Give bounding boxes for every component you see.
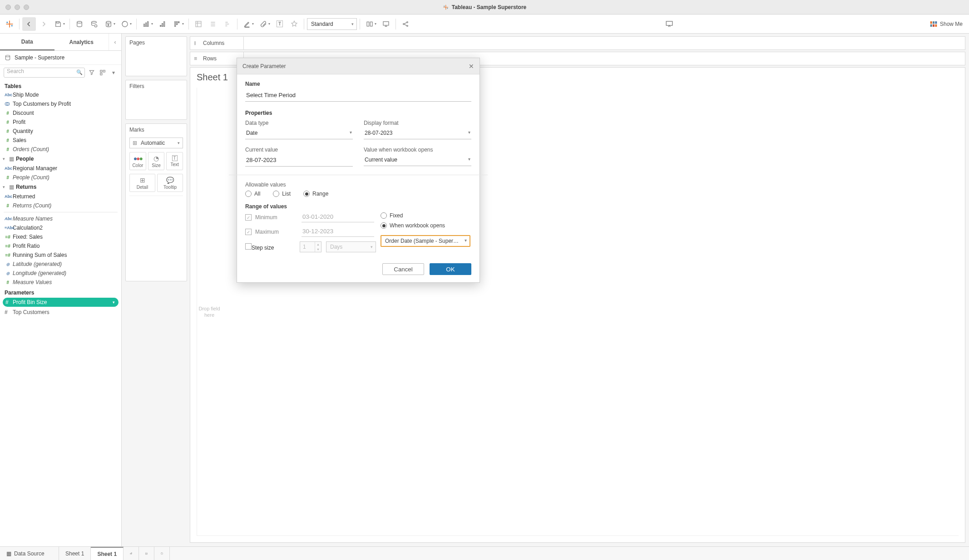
- field-measure-values[interactable]: #Measure Values: [0, 278, 121, 287]
- field-sales[interactable]: #Sales: [0, 136, 121, 145]
- redo-button[interactable]: [37, 17, 50, 31]
- field-returns-count[interactable]: #Returns (Count): [0, 201, 121, 210]
- sort-desc-button[interactable]: [170, 17, 184, 31]
- field-returned[interactable]: AbcReturned: [0, 192, 121, 201]
- run-update-button[interactable]: [102, 17, 115, 31]
- group-people[interactable]: ▾▦People: [0, 154, 121, 164]
- mark-size-button[interactable]: ◔Size: [148, 152, 165, 170]
- data-source-tab[interactable]: ▦Data Source: [0, 547, 59, 560]
- field-latitude-generated[interactable]: ⊕Latitude (generated): [0, 260, 121, 269]
- swap-button[interactable]: [139, 17, 153, 31]
- tableau-logo-button[interactable]: [3, 17, 16, 31]
- field-ship-mode[interactable]: AbcShip Mode: [0, 90, 121, 99]
- range-fixed-radio[interactable]: Fixed: [381, 212, 471, 219]
- worksheet-canvas[interactable]: Sheet 1 Drop field here Create Parameter…: [190, 67, 965, 543]
- field-regional-manager[interactable]: AbcRegional Manager: [0, 164, 121, 173]
- allow-range-radio[interactable]: Range: [303, 191, 328, 197]
- abc-icon: Abc: [5, 166, 11, 171]
- datasource-item[interactable]: Sample - Superstore: [0, 51, 121, 65]
- fit-mode-select[interactable]: Standard: [307, 18, 357, 30]
- step-unit-select: Days: [326, 241, 376, 252]
- mark-tooltip-button[interactable]: 💬Tooltip: [157, 174, 183, 192]
- field-longitude-generated[interactable]: ⊕Longitude (generated): [0, 269, 121, 278]
- field-people-count[interactable]: #People (Count): [0, 173, 121, 182]
- group-returns[interactable]: ▾▦Returns: [0, 182, 121, 192]
- new-worksheet-button[interactable]: [118, 17, 132, 31]
- view-fields-icon[interactable]: [99, 69, 107, 77]
- text-label-button[interactable]: T: [273, 17, 287, 31]
- range-when-workbook-opens-radio[interactable]: When workbook opens: [381, 222, 471, 229]
- minimize-window-dot[interactable]: [15, 5, 20, 10]
- field-top-customers-by-profit[interactable]: Top Customers by Profit: [0, 99, 121, 108]
- collapse-pane-button[interactable]: ‹: [109, 34, 121, 50]
- mark-text-button[interactable]: TText: [166, 152, 183, 170]
- sort-asc-button[interactable]: [156, 17, 169, 31]
- mark-type-select[interactable]: Automatic: [129, 138, 183, 148]
- sheet-title[interactable]: Sheet 1: [197, 72, 228, 83]
- field-quantity[interactable]: #Quantity: [0, 127, 121, 136]
- workbook-open-select[interactable]: Current value: [364, 155, 471, 166]
- current-value-input[interactable]: [245, 155, 353, 167]
- sheet-tab-1[interactable]: Sheet 1: [59, 547, 91, 560]
- sheet-tab-1-active[interactable]: Sheet 1: [91, 547, 124, 560]
- pin-button[interactable]: [287, 17, 301, 31]
- minimum-checkbox[interactable]: [245, 214, 252, 221]
- mark-detail-button[interactable]: ⊞Detail: [129, 174, 155, 192]
- show-me-button[interactable]: Show Me: [926, 19, 966, 29]
- param-top-customers[interactable]: #Top Customers: [0, 308, 121, 317]
- field-discount[interactable]: #Discount: [0, 108, 121, 118]
- mark-color-button[interactable]: ●●●Color: [129, 152, 146, 170]
- filter-fields-icon[interactable]: [88, 69, 96, 77]
- pages-shelf[interactable]: Pages: [125, 36, 187, 76]
- param-profit-bin-size[interactable]: #Profit Bin Size: [3, 298, 119, 307]
- range-source-field-select[interactable]: Order Date (Sample - Superstore): [381, 235, 470, 247]
- totals-button[interactable]: [192, 17, 205, 31]
- ok-button[interactable]: OK: [430, 263, 471, 275]
- new-worksheet-tab-button[interactable]: [124, 547, 139, 560]
- field-search-input[interactable]: Search: [4, 68, 85, 78]
- show-cards-button[interactable]: [363, 17, 376, 31]
- display-format-select[interactable]: 28-07-2023: [364, 128, 471, 139]
- field-profit[interactable]: #Profit: [0, 118, 121, 127]
- dialog-close-button[interactable]: ✕: [469, 63, 474, 70]
- marks-drop-area[interactable]: [129, 196, 183, 277]
- maximum-input[interactable]: [302, 227, 374, 237]
- columns-shelf[interactable]: [243, 36, 965, 50]
- attachment-button[interactable]: [257, 17, 270, 31]
- data-type-select[interactable]: Date: [245, 128, 353, 139]
- set-icon: [5, 101, 11, 107]
- field-orders-count[interactable]: #Orders (Count): [0, 145, 121, 154]
- field-profit-ratio[interactable]: =#Profit Ratio: [0, 241, 121, 251]
- find-field-caret[interactable]: ▾: [109, 69, 118, 77]
- highlight-color-button[interactable]: [240, 17, 254, 31]
- create-parameter-dialog: Create Parameter ✕ Name Properties Data …: [237, 58, 480, 283]
- allow-list-radio[interactable]: List: [273, 191, 291, 197]
- close-window-dot[interactable]: [5, 5, 11, 10]
- group-button[interactable]: [221, 17, 234, 31]
- zoom-window-dot[interactable]: [24, 5, 29, 10]
- save-button[interactable]: [51, 17, 65, 31]
- field-measure-names[interactable]: AbcMeasure Names: [0, 214, 121, 223]
- svg-point-16: [106, 21, 111, 23]
- field-fixed-sales[interactable]: =#Fixed: Sales: [0, 232, 121, 241]
- new-story-tab-button[interactable]: [154, 547, 170, 560]
- share-button[interactable]: [399, 17, 412, 31]
- cancel-button[interactable]: Cancel: [382, 263, 424, 275]
- field-running-sum-sales[interactable]: =#Running Sum of Sales: [0, 251, 121, 260]
- filters-shelf[interactable]: Filters: [125, 80, 187, 120]
- highlight-button[interactable]: [206, 17, 220, 31]
- analytics-tab[interactable]: Analytics: [54, 34, 109, 50]
- undo-button[interactable]: [22, 17, 36, 31]
- new-data-source-button[interactable]: [73, 17, 86, 31]
- presentation-button[interactable]: [379, 17, 393, 31]
- minimum-input[interactable]: [302, 212, 374, 222]
- guide-me-button[interactable]: [662, 17, 676, 31]
- new-dashboard-tab-button[interactable]: [139, 547, 154, 560]
- parameter-name-input[interactable]: [245, 90, 471, 102]
- field-calculation2[interactable]: =AbcCalculation2: [0, 223, 121, 232]
- pause-auto-updates-button[interactable]: [87, 17, 101, 31]
- maximum-checkbox[interactable]: [245, 229, 252, 235]
- allow-all-radio[interactable]: All: [245, 191, 260, 197]
- data-tab[interactable]: Data: [0, 34, 54, 50]
- step-size-checkbox[interactable]: [245, 243, 252, 250]
